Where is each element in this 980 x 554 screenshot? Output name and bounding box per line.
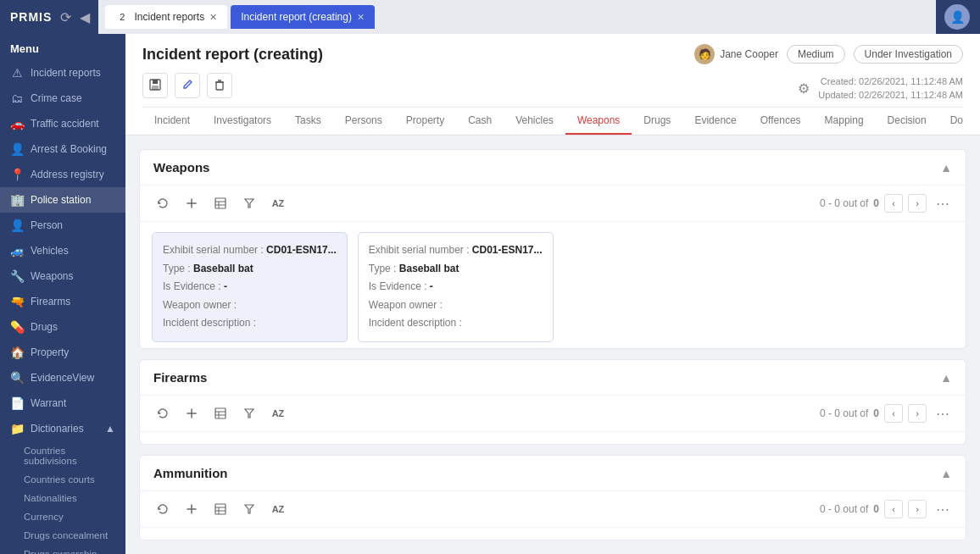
ammunition-sort-button[interactable]: AZ xyxy=(267,498,289,520)
sidebar-item-currency[interactable]: Currency xyxy=(17,507,125,526)
tab-cash[interactable]: Cash xyxy=(456,108,504,135)
save-button[interactable] xyxy=(142,73,168,98)
sidebar-item-arrest-booking[interactable]: 👤 Arrest & Booking xyxy=(0,136,125,162)
tab-drugs[interactable]: Drugs xyxy=(632,108,682,135)
document-icon: 📄 xyxy=(10,396,24,410)
firearms-sort-button[interactable]: AZ xyxy=(267,402,289,424)
pin-icon: 📍 xyxy=(10,168,24,181)
tab-mapping[interactable]: Mapping xyxy=(813,108,876,135)
firearms-add-button[interactable] xyxy=(181,402,203,424)
weapons-filter-button[interactable] xyxy=(238,192,260,214)
tab-documents[interactable]: Documents xyxy=(938,108,963,135)
tab-investigators[interactable]: Investigators xyxy=(202,108,283,135)
weapons-table-button[interactable] xyxy=(209,192,231,214)
weapons-more-button[interactable]: ⋯ xyxy=(932,192,954,214)
ammunition-prev-button[interactable]: ‹ xyxy=(884,500,903,518)
ammunition-more-button[interactable]: ⋯ xyxy=(932,498,954,520)
firearms-collapse-icon[interactable]: ▲ xyxy=(940,371,952,385)
sidebar-item-drugs-concealment[interactable]: Drugs concealment xyxy=(17,526,125,545)
sidebar-item-warrant[interactable]: 📄 Warrant xyxy=(0,391,125,416)
weapons-sort-button[interactable]: AZ xyxy=(267,192,289,214)
sidebar-item-incident-reports[interactable]: ⚠ Incident reports xyxy=(0,60,125,86)
sidebar-item-vehicles[interactable]: 🚙 Vehicles xyxy=(0,238,125,263)
tab-decision[interactable]: Decision xyxy=(876,108,938,135)
sidebar-item-traffic-accident[interactable]: 🚗 Traffic accident xyxy=(0,111,125,136)
status-badge[interactable]: Under Investigation xyxy=(854,45,963,64)
weapon-card[interactable]: Exhibit serial number : CD01-ESN17... Ty… xyxy=(152,232,348,342)
priority-badge[interactable]: Medium xyxy=(787,45,845,64)
dictionaries-submenu: Countries subdivisions Countries courts … xyxy=(0,441,125,554)
person-icon: 👤 xyxy=(10,142,24,156)
sidebar-item-person[interactable]: 👤 Person xyxy=(0,213,125,238)
tab-evidence[interactable]: Evidence xyxy=(682,108,748,135)
weapons-prev-button[interactable]: ‹ xyxy=(884,194,903,213)
tab-property[interactable]: Property xyxy=(394,108,456,135)
settings-icon[interactable]: ⚙ xyxy=(798,80,810,97)
firearms-refresh-button[interactable] xyxy=(152,402,174,424)
tab-incident[interactable]: Incident xyxy=(142,108,202,135)
tab-vehicles[interactable]: Vehicles xyxy=(504,108,565,135)
trash-icon xyxy=(213,78,226,94)
weapons-add-button[interactable] xyxy=(181,192,203,214)
collapse-icon[interactable]: ◀ xyxy=(80,9,90,25)
incident-reports-tab[interactable]: 2 Incident reports ✕ xyxy=(105,5,227,29)
ammunition-table-button[interactable] xyxy=(209,498,231,520)
page-header-top: Incident report (creating) 🧑 Jane Cooper… xyxy=(142,44,963,64)
avatar[interactable]: 👤 xyxy=(944,4,970,30)
tab-persons[interactable]: Persons xyxy=(333,108,394,135)
svg-rect-8 xyxy=(215,198,226,208)
firearms-toolbar: AZ 0 - 0 out of 0 ‹ › ⋯ xyxy=(140,396,966,432)
sidebar-label: Address registry xyxy=(31,169,104,180)
weapons-section-header[interactable]: Weapons ▲ xyxy=(140,150,966,186)
sidebar-item-countries-subdivisions[interactable]: Countries subdivisions xyxy=(17,441,125,470)
sidebar-item-address-registry[interactable]: 📍 Address registry xyxy=(0,162,125,187)
weapons-refresh-button[interactable] xyxy=(152,192,174,214)
firearms-table-button[interactable] xyxy=(209,402,231,424)
ammunition-toolbar: AZ 0 - 0 out of 0 ‹ › ⋯ xyxy=(140,491,966,528)
active-tab-close-icon[interactable]: ✕ xyxy=(357,12,365,23)
weapon-owner-field: Weapon owner : xyxy=(369,296,543,315)
ammunition-refresh-button[interactable] xyxy=(152,498,174,520)
tab-tasks[interactable]: Tasks xyxy=(283,108,333,135)
sidebar-item-firearms[interactable]: 🔫 Firearms xyxy=(0,289,125,314)
sidebar-label: Property xyxy=(31,346,69,358)
sidebar-item-drugs-owership[interactable]: Drugs ownership xyxy=(17,545,125,554)
ammunition-collapse-icon[interactable]: ▲ xyxy=(940,467,952,480)
sidebar-item-nationalities[interactable]: Nationalities xyxy=(17,489,125,507)
creating-tab[interactable]: Incident report (creating) ✕ xyxy=(231,5,375,29)
sidebar-item-property[interactable]: 🏠 Property xyxy=(0,340,125,365)
ammunition-section-header[interactable]: Ammunition ▲ xyxy=(140,456,966,491)
firearms-empty-area xyxy=(140,432,966,445)
sidebar-item-evidence-view[interactable]: 🔍 EvidenceView xyxy=(0,365,125,391)
sidebar-item-drugs[interactable]: 💊 Drugs xyxy=(0,314,125,340)
sidebar-item-police-station[interactable]: 🏢 Police station xyxy=(0,187,125,213)
dictionaries-icon: 📁 xyxy=(10,422,24,435)
ammunition-add-button[interactable] xyxy=(181,498,203,520)
weapons-collapse-icon[interactable]: ▲ xyxy=(940,161,952,175)
ammunition-filter-button[interactable] xyxy=(238,498,260,520)
sidebar-item-weapons[interactable]: 🔧 Weapons xyxy=(0,263,125,289)
firearms-section: Firearms ▲ xyxy=(139,359,966,445)
sync-icon[interactable]: ⟳ xyxy=(60,9,71,25)
tab-weapons[interactable]: Weapons xyxy=(565,108,632,135)
firearms-prev-button[interactable]: ‹ xyxy=(884,404,903,423)
wrench-icon: 🔧 xyxy=(10,269,24,283)
weapons-next-button[interactable]: › xyxy=(908,194,927,213)
sidebar-label: Crime case xyxy=(31,92,82,104)
sidebar-label: Warrant xyxy=(31,397,66,409)
firearms-next-button[interactable]: › xyxy=(908,404,927,423)
weapon-card[interactable]: Exhibit serial number : CD01-ESN17... Ty… xyxy=(358,232,554,342)
firearms-pagination: 0 - 0 out of 0 ‹ › ⋯ xyxy=(820,402,954,424)
firearms-section-header[interactable]: Firearms ▲ xyxy=(140,360,966,396)
firearms-more-button[interactable]: ⋯ xyxy=(932,402,954,424)
ammunition-next-button[interactable]: › xyxy=(908,500,927,518)
firearms-filter-button[interactable] xyxy=(238,402,260,424)
edit-button[interactable] xyxy=(175,73,200,98)
delete-button[interactable] xyxy=(207,73,232,98)
sidebar-item-countries-courts[interactable]: Countries courts xyxy=(17,470,125,489)
tab-offences[interactable]: Offences xyxy=(749,108,813,135)
tab-close-icon[interactable]: ✕ xyxy=(209,12,217,23)
dictionaries-toggle[interactable]: 📁 Dictionaries ▲ xyxy=(0,416,125,441)
sub-label: Countries subdivisions xyxy=(24,446,115,466)
sidebar-item-crime-case[interactable]: 🗂 Crime case xyxy=(0,86,125,111)
